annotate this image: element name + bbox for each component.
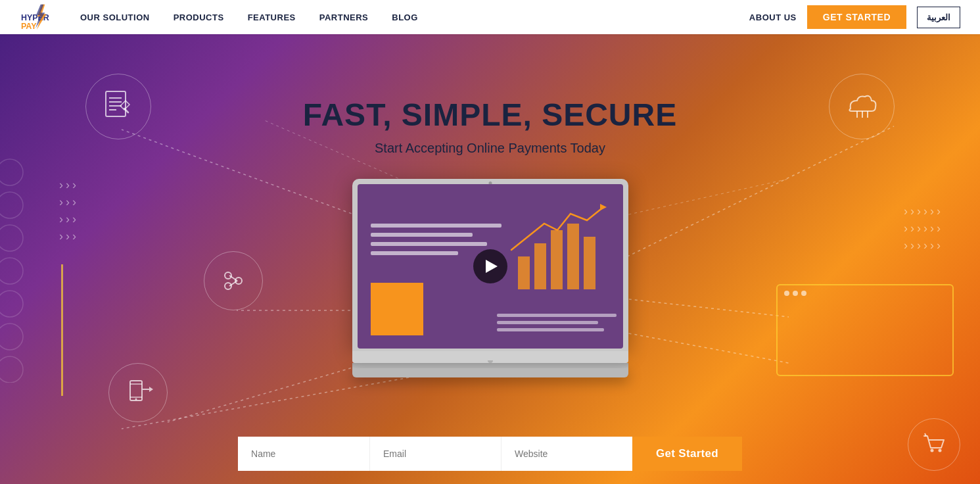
svg-rect-44	[567, 224, 579, 289]
nav-blog[interactable]: BLOG	[392, 12, 418, 22]
svg-point-17	[0, 291, 23, 317]
nav-arabic-button[interactable]: العربية	[917, 7, 960, 28]
hero-subtitle: Start Accepting Online Payments Today	[0, 141, 980, 156]
name-input[interactable]	[238, 437, 369, 471]
browser-dot-2	[793, 291, 798, 296]
browser-dots	[778, 285, 952, 301]
vertical-accent-line	[61, 264, 63, 396]
video-play-button[interactable]	[473, 249, 507, 283]
svg-rect-43	[551, 230, 563, 289]
laptop-mockup	[352, 179, 628, 377]
svg-point-16	[0, 258, 23, 284]
screen-bottom-bars	[497, 314, 617, 335]
svg-point-15	[0, 225, 23, 251]
laptop-base	[352, 351, 628, 363]
share-icon-circle	[204, 251, 263, 310]
svg-line-6	[168, 363, 368, 422]
laptop-screen-outer	[352, 179, 628, 351]
hero-form: Get Started	[238, 437, 742, 471]
nav-about-us[interactable]: ABOUT US	[749, 12, 797, 22]
svg-line-12	[611, 179, 789, 218]
svg-point-18	[0, 324, 23, 350]
website-input[interactable]	[501, 437, 632, 471]
laptop-bottom	[352, 368, 628, 377]
svg-point-32	[135, 399, 137, 400]
logo[interactable]: HYPER PAY	[20, 1, 54, 33]
chevrons-right: › › › › › › › › › › › › › › › › › ›	[904, 205, 941, 251]
hero-section: › › › › › › › › › › › › › › › › › ›	[0, 34, 980, 484]
svg-rect-45	[584, 237, 595, 289]
svg-point-13	[0, 159, 23, 185]
svg-rect-41	[518, 256, 530, 289]
hero-text: FAST, SIMPLE, SECURE Start Accepting Onl…	[0, 97, 980, 156]
form-submit-button[interactable]: Get Started	[632, 437, 742, 471]
browser-dot-3	[801, 291, 806, 296]
screen-orange-block	[371, 283, 423, 335]
mobile-icon-circle	[108, 363, 168, 422]
browser-mockup	[776, 284, 954, 376]
laptop-hinge	[352, 363, 628, 368]
chevrons-left: › › › › › › › › › › › ›	[59, 179, 76, 242]
nav-features[interactable]: FEATURES	[248, 12, 296, 22]
svg-marker-34	[149, 387, 153, 392]
svg-rect-42	[534, 243, 546, 289]
nav-products[interactable]: PRODUCTS	[174, 12, 224, 22]
svg-point-14	[0, 192, 23, 218]
svg-point-39	[939, 449, 942, 452]
nav-right: ABOUT US GET STARTED العربية	[749, 5, 960, 29]
svg-text:PAY: PAY	[21, 22, 37, 31]
laptop-screen	[358, 184, 623, 349]
svg-point-19	[0, 356, 23, 383]
nav-links: OUR SOLUTION PRODUCTS FEATURES PARTNERS …	[80, 12, 749, 22]
nav-get-started-button[interactable]: GET STARTED	[807, 5, 906, 29]
email-input[interactable]	[369, 437, 501, 471]
navbar: HYPER PAY OUR SOLUTION PRODUCTS FEATURES…	[0, 0, 980, 34]
svg-line-8	[611, 297, 789, 317]
nav-partners[interactable]: PARTNERS	[319, 12, 369, 22]
hero-title: FAST, SIMPLE, SECURE	[0, 97, 980, 133]
svg-line-9	[611, 330, 789, 363]
nav-our-solution[interactable]: OUR SOLUTION	[80, 12, 150, 22]
svg-marker-46	[600, 204, 607, 210]
play-triangle-icon	[486, 260, 498, 273]
cart-icon-circle	[908, 418, 960, 471]
browser-dot-1	[784, 291, 789, 296]
svg-point-38	[931, 449, 934, 452]
left-circles-pattern	[0, 153, 53, 385]
